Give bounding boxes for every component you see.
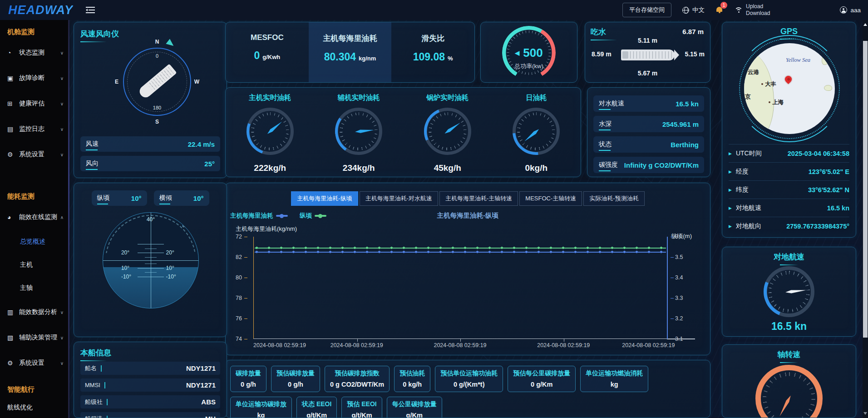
row-value: 16.5 kn [827, 204, 849, 212]
gauge-title: 日油耗 [492, 93, 581, 103]
stat-value: 0 g/h [236, 381, 261, 388]
stat-value: 0 g/h [276, 381, 315, 388]
sidebar-nav: 机舱监测 ◔ 状态监测 ∨ ▣ 故障诊断 ∨ ⊞ 健康评估 ∨ ▤ [0, 20, 68, 418]
sidebar-item[interactable]: 主轴 [0, 276, 68, 299]
ship-topview-icon [621, 50, 675, 60]
sidebar-item-label: 健康评估 [19, 100, 59, 108]
sidebar-item[interactable]: ▤ 监控日志 ∨ [0, 116, 68, 142]
gauge-dial [424, 108, 471, 155]
stat-box: 单位运输功碳排放 kg [230, 397, 292, 418]
sidebar-item[interactable]: 总览概述 [0, 230, 68, 253]
row-value: 33°6'52.62" N [808, 186, 849, 194]
chart-tab[interactable]: MESFOC-主轴转速 [519, 191, 582, 206]
axis-tick-label: 72 [236, 234, 242, 240]
legend-label: 主机每海里油耗 [230, 212, 273, 220]
dial-label: -20° [166, 212, 176, 216]
chevron-icon: ∨ [60, 361, 64, 366]
sidebar-item-label: 能效在线监测 [19, 213, 59, 221]
gauge-title: 主机实时油耗 [226, 93, 315, 103]
row-label: 船名 [85, 364, 97, 373]
sidebar-collapse-icon[interactable] [86, 7, 95, 13]
ship-info-row: MMSI NDY1271 [80, 378, 220, 392]
axis-tick-label: 3.3 [675, 295, 683, 301]
chart-tab[interactable]: 主机每海里油耗-主轴转速 [439, 191, 518, 206]
row-label: 经度 [736, 168, 749, 176]
sidebar-item[interactable]: 智能航行 [0, 381, 68, 398]
row-label: 碳强度 [599, 161, 618, 169]
sidebar-item[interactable]: 主机 [0, 253, 68, 276]
legend-item[interactable]: 纵顷 [300, 212, 326, 220]
row-value: Berthing [671, 141, 699, 149]
stat-value: kg [586, 381, 643, 388]
panel-title: 本船信息 [80, 348, 111, 358]
stat-box: 每公里碳排放量 g/Km [387, 397, 442, 418]
nav-info-row: 碳强度 Infinity g CO2/DWT/Km [593, 157, 704, 173]
row-value: MH [205, 415, 216, 418]
map-city-label: 大丰 [761, 80, 776, 88]
nav-info-row: 状态 Berthing [593, 136, 704, 153]
triangle-icon: ▶ [729, 188, 732, 192]
sidebar-item[interactable]: 航线优化 [0, 398, 68, 418]
inclinometer-panel: 纵顷 10° 横倾 10° 40°0°-40° 20°10°-10°-20° [74, 183, 227, 337]
sidebar-item-label: 主机 [20, 261, 64, 269]
sidebar-item[interactable]: 机舱监测 [0, 24, 68, 40]
scrollbar-thumb[interactable] [863, 41, 868, 338]
panel-title: 吃水 [591, 27, 606, 37]
sidebar-item-label: 监控日志 [19, 125, 59, 133]
sidebar-item[interactable]: ◕ 能效在线监测 ∧ [0, 204, 68, 230]
cell-value: 109.08 [413, 51, 445, 63]
chart-tab[interactable]: 实际油耗-预测油耗 [583, 191, 644, 206]
gps-info-row: ▶ 对地航向 2759.767333984375° [729, 217, 849, 235]
sidebar-item[interactable]: ▣ 故障诊断 ∨ [0, 65, 68, 91]
map-city-label: 上海 [769, 99, 784, 106]
sidebar-item-icon: ⚙ [7, 359, 15, 367]
scrollbar-track[interactable] [863, 20, 868, 418]
gauge-title: 锅炉实时油耗 [403, 93, 492, 103]
stat-box: 预估 EEOI g/t/Km [341, 397, 382, 418]
upload-download-status[interactable]: Upload Download [735, 3, 770, 17]
app-root: HEADWAY 平台存储空间 中文 1 Upload Download a [0, 0, 868, 418]
notifications-button[interactable]: 1 [715, 6, 724, 14]
stat-value: g/Km [392, 412, 437, 418]
ship-info-row: 船名 NDY1271 [80, 362, 220, 375]
stat-box: 预估单位运输功油耗 0 g/(Km*t) [435, 366, 503, 392]
separator [107, 399, 108, 405]
sidebar-item[interactable]: ⚙ 系统设置 ∨ [0, 350, 68, 376]
row-value: 2759.767333984375° [786, 223, 849, 230]
gauge-value: 0kg/h [492, 163, 581, 173]
left-axis-ticks: 828078767472 [226, 237, 249, 339]
sidebar-item[interactable]: ⚙ 系统设置 ∨ [0, 142, 68, 167]
scrollbar-up-arrow[interactable] [863, 23, 867, 26]
compass-0-label: 0 [156, 53, 158, 59]
ship-info-panel: 本船信息 船名 NDY1271 MMSI NDY1271 船级社 [74, 342, 227, 418]
sidebar-item-icon: ◕ [7, 214, 15, 221]
user-menu[interactable]: aaa [840, 6, 861, 14]
scrollbar-down-arrow[interactable] [863, 412, 867, 415]
language-switcher[interactable]: 中文 [682, 6, 705, 14]
fuel-summary-panel: MESFOC 0 g/Kwh 主机每海里油耗 80.304 kg/nm 滑失比 … [225, 22, 475, 83]
row-label: 船级社 [85, 398, 103, 406]
chart-tab[interactable]: 主机每海里油耗-纵顷 [291, 191, 358, 206]
row-label: 船籍港 [85, 415, 103, 418]
chip-label: 横倾 [159, 194, 172, 202]
dial-label: -20° [121, 212, 131, 216]
map-circle: Yellow Sea 云港 大丰 京 上海 [744, 43, 835, 134]
sidebar-item[interactable]: 能耗监测 [0, 188, 68, 204]
x-axis-label: 2024-08-08 02:59:19 [622, 342, 675, 348]
chart-tab[interactable]: 主机每海里油耗-对水航速 [360, 191, 438, 206]
notification-badge: 1 [720, 2, 727, 9]
left-axis-title: 主机每海里油耗(kg/nm) [236, 225, 297, 233]
sidebar-item[interactable]: ▧ 辅助决策管理 ∨ [0, 325, 68, 350]
sidebar-item[interactable]: ◔ 状态监测 ∨ [0, 40, 68, 65]
legend-item[interactable]: 主机每海里油耗 [230, 212, 288, 220]
sidebar-item[interactable]: ⊞ 健康评估 ∨ [0, 91, 68, 116]
platform-storage-button[interactable]: 平台存储空间 [622, 3, 671, 17]
legend-marker-icon [276, 215, 288, 217]
sidebar-item-label: 机舱监测 [7, 28, 64, 36]
x-axis-tick [460, 339, 461, 342]
aux-engine-fuel-gauge: 辅机实时油耗 234kg/h [315, 88, 404, 177]
sidebar-item[interactable]: ▥ 能效数据分析 ∨ [0, 299, 68, 325]
stat-box: 碳排放量 0 g/h [230, 366, 266, 392]
wind-compass: N S E W 0 180 [123, 48, 191, 116]
legend-marker-icon [315, 215, 326, 217]
